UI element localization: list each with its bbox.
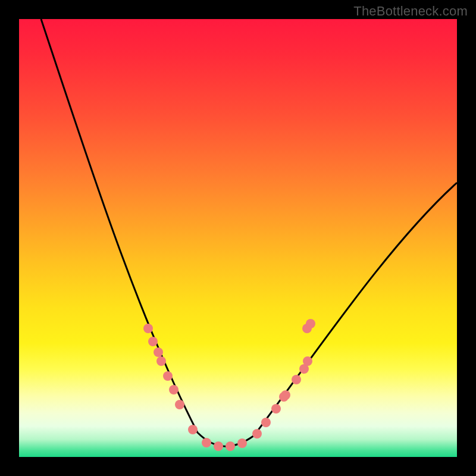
data-point [143,324,153,333]
data-point [163,371,173,381]
data-point [156,356,166,366]
data-point [202,438,211,447]
data-point [175,400,184,409]
data-point [306,319,315,328]
data-point [188,425,198,434]
data-point [154,347,163,357]
data-point [226,441,235,451]
watermark-text: TheBottleneck.com [353,4,468,19]
data-point [261,418,271,427]
data-point [292,375,301,384]
chart-svg [19,19,457,457]
data-point [279,392,289,402]
data-point [271,404,281,414]
data-point [252,429,262,439]
bottleneck-curve [41,19,457,446]
data-point [214,441,223,451]
data-point [148,337,158,346]
data-point [169,385,178,394]
data-point-group [143,319,315,451]
data-point [303,356,312,366]
data-point [237,439,247,448]
chart-frame [19,19,457,457]
